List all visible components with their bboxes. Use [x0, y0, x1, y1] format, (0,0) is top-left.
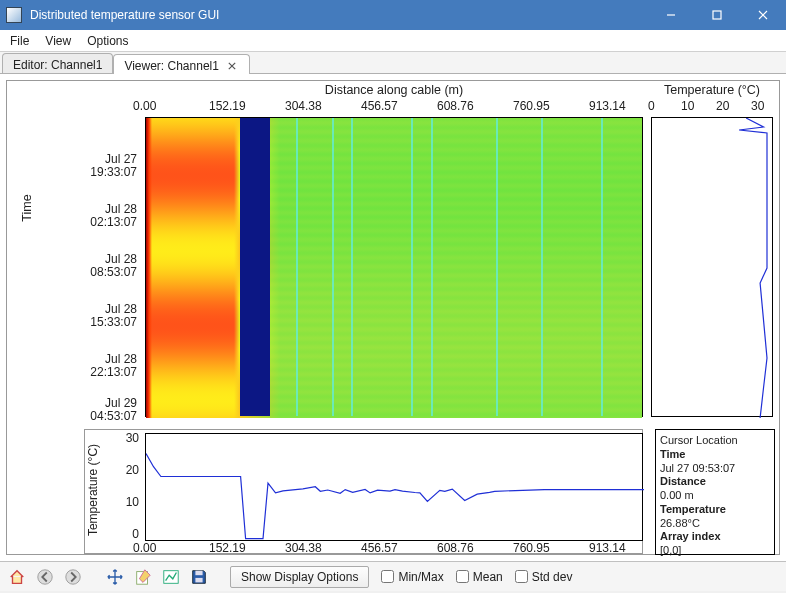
- profile-x-tick: 456.57: [361, 541, 398, 555]
- minmax-checkbox[interactable]: Min/Max: [381, 570, 443, 584]
- y-axis-left: Jul 2719:33:07 Jul 2802:13:07 Jul 2808:5…: [7, 117, 143, 417]
- tab-close-icon[interactable]: [225, 59, 239, 73]
- svg-rect-5: [195, 570, 202, 575]
- heatmap-streak: [332, 118, 334, 416]
- profile-x-tick: 608.76: [437, 541, 474, 555]
- y-tick-date: Jul 28: [105, 352, 137, 366]
- y-tick-time: 22:13:07: [90, 365, 137, 379]
- mean-input[interactable]: [456, 570, 469, 583]
- cursor-header: Cursor Location: [660, 434, 770, 448]
- temp-tick: 0: [648, 99, 655, 113]
- profile-x-axis: 0.00 152.19 304.38 456.57 608.76 760.95 …: [145, 541, 643, 559]
- svg-point-2: [66, 569, 80, 583]
- home-icon[interactable]: [6, 566, 28, 588]
- distance-profile-chart[interactable]: [145, 433, 643, 541]
- temp-tick: 10: [681, 99, 694, 113]
- x-tick: 152.19: [209, 99, 246, 113]
- tab-viewer[interactable]: Viewer: Channel1: [113, 54, 250, 74]
- save-icon[interactable]: [188, 566, 210, 588]
- cursor-distance-label: Distance: [660, 475, 706, 487]
- cursor-info: Cursor Location Time Jul 27 09:53:07 Dis…: [655, 429, 775, 555]
- heatmap-streak: [431, 118, 433, 416]
- profile-x-tick: 152.19: [209, 541, 246, 555]
- y-tick-time: 08:53:07: [90, 265, 137, 279]
- cursor-distance-value: 0.00 m: [660, 489, 694, 501]
- x-tick: 760.95: [513, 99, 550, 113]
- tab-label: Editor: Channel1: [13, 58, 102, 72]
- menu-file[interactable]: File: [2, 32, 37, 50]
- heatmap-streak: [601, 118, 603, 416]
- app-icon: [6, 7, 22, 23]
- x-axis-top: 0.00 152.19 304.38 456.57 608.76 760.95 …: [145, 99, 643, 117]
- window-title: Distributed temperature sensor GUI: [30, 8, 648, 22]
- stddev-input[interactable]: [515, 570, 528, 583]
- y-tick-date: Jul 29: [105, 396, 137, 410]
- temp-axis-title: Temperature (°C): [651, 83, 773, 97]
- mean-checkbox[interactable]: Mean: [456, 570, 503, 584]
- temperature-profile-chart[interactable]: [651, 117, 773, 417]
- y-tick-date: Jul 28: [105, 202, 137, 216]
- plot-frame: Distance along cable (m) 0.00 152.19 304…: [6, 80, 780, 555]
- profile-x-tick: 760.95: [513, 541, 550, 555]
- titlebar: Distributed temperature sensor GUI: [0, 0, 786, 30]
- minimize-button[interactable]: [648, 0, 694, 30]
- heatmap-streak: [541, 118, 543, 416]
- checkbox-label: Mean: [473, 570, 503, 584]
- checkbox-label: Std dev: [532, 570, 573, 584]
- profile-y-tick: 20: [126, 463, 139, 477]
- temp-tick: 30: [751, 99, 764, 113]
- x-tick: 608.76: [437, 99, 474, 113]
- button-label: Show Display Options: [241, 570, 358, 584]
- back-icon[interactable]: [34, 566, 56, 588]
- cursor-arrayindex-value: [0,0]: [660, 544, 681, 556]
- cursor-time-label: Time: [660, 448, 685, 460]
- menubar: File View Options: [0, 30, 786, 52]
- cursor-temperature-label: Temperature: [660, 503, 726, 515]
- cursor-arrayindex-label: Array index: [660, 530, 721, 542]
- x-axis-title: Distance along cable (m): [145, 83, 643, 97]
- profile-x-tick: 304.38: [285, 541, 322, 555]
- close-button[interactable]: [740, 0, 786, 30]
- y-tick-date: Jul 28: [105, 252, 137, 266]
- chart-settings-icon[interactable]: [160, 566, 182, 588]
- profile-y-axis: 0 10 20 30: [107, 433, 143, 541]
- heatmap-streak: [351, 118, 353, 416]
- svg-point-1: [38, 569, 52, 583]
- heatmap-streak: [296, 118, 298, 416]
- temp-tick: 20: [716, 99, 729, 113]
- show-display-options-button[interactable]: Show Display Options: [230, 566, 369, 588]
- tab-editor[interactable]: Editor: Channel1: [2, 53, 113, 73]
- profile-y-tick: 0: [132, 527, 139, 541]
- profile-y-title-text: Temperature (°C): [86, 444, 100, 536]
- tab-label: Viewer: Channel1: [124, 59, 219, 73]
- x-tick: 0.00: [133, 99, 156, 113]
- y-tick-date: Jul 27: [105, 152, 137, 166]
- forward-icon[interactable]: [62, 566, 84, 588]
- profile-x-tick: 913.14: [589, 541, 626, 555]
- cursor-time-value: Jul 27 09:53:07: [660, 462, 735, 474]
- heatmap[interactable]: [145, 117, 643, 417]
- cursor-temperature-value: 26.88°C: [660, 517, 700, 529]
- y-tick-date: Jul 28: [105, 302, 137, 316]
- profile-y-tick: 10: [126, 495, 139, 509]
- pan-icon[interactable]: [104, 566, 126, 588]
- menu-view[interactable]: View: [37, 32, 79, 50]
- svg-rect-6: [195, 577, 202, 582]
- y-tick-time: 04:53:07: [90, 409, 137, 423]
- profile-y-title: Temperature (°C): [87, 435, 103, 543]
- heatmap-cold-band: [240, 118, 270, 416]
- heatmap-streak: [411, 118, 413, 416]
- maximize-button[interactable]: [694, 0, 740, 30]
- x-tick: 456.57: [361, 99, 398, 113]
- y-tick-time: 15:33:07: [90, 315, 137, 329]
- edit-icon[interactable]: [132, 566, 154, 588]
- checkbox-label: Min/Max: [398, 570, 443, 584]
- temp-axis-top: 0 10 20 30: [651, 99, 773, 117]
- x-tick: 304.38: [285, 99, 322, 113]
- profile-y-tick: 30: [126, 431, 139, 445]
- minmax-input[interactable]: [381, 570, 394, 583]
- profile-x-tick: 0.00: [133, 541, 156, 555]
- menu-options[interactable]: Options: [79, 32, 136, 50]
- y-tick-time: 19:33:07: [90, 165, 137, 179]
- stddev-checkbox[interactable]: Std dev: [515, 570, 573, 584]
